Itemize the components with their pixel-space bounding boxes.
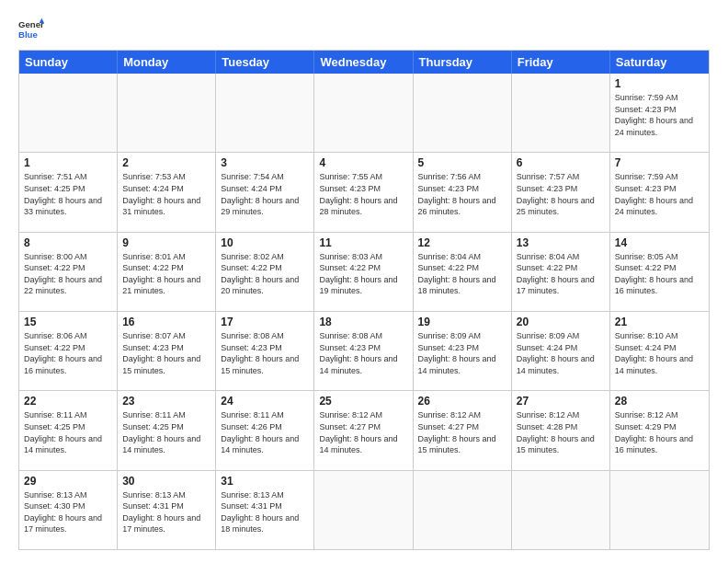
calendar-header-cell: Thursday — [414, 51, 512, 74]
day-number: 24 — [221, 395, 309, 408]
day-info: Sunrise: 8:11 AM Sunset: 4:25 PM Dayligh… — [122, 409, 210, 455]
day-number: 9 — [122, 236, 210, 249]
calendar-cell: 1Sunrise: 7:51 AM Sunset: 4:25 PM Daylig… — [19, 153, 118, 231]
calendar-cell: 7Sunrise: 7:59 AM Sunset: 4:23 PM Daylig… — [610, 153, 709, 231]
calendar-week: 8Sunrise: 8:00 AM Sunset: 4:22 PM Daylig… — [19, 233, 709, 312]
day-info: Sunrise: 8:02 AM Sunset: 4:22 PM Dayligh… — [221, 251, 309, 297]
calendar-week: 1Sunrise: 7:51 AM Sunset: 4:25 PM Daylig… — [19, 153, 709, 232]
day-info: Sunrise: 8:09 AM Sunset: 4:24 PM Dayligh… — [517, 330, 605, 376]
day-number: 14 — [615, 236, 704, 249]
day-info: Sunrise: 8:13 AM Sunset: 4:31 PM Dayligh… — [122, 489, 210, 535]
day-number: 13 — [517, 236, 605, 249]
calendar: SundayMondayTuesdayWednesdayThursdayFrid… — [18, 50, 710, 550]
day-info: Sunrise: 8:11 AM Sunset: 4:26 PM Dayligh… — [221, 409, 309, 455]
calendar-cell: 9Sunrise: 8:01 AM Sunset: 4:22 PM Daylig… — [118, 233, 216, 311]
calendar-header-cell: Tuesday — [216, 51, 314, 74]
day-number: 10 — [221, 236, 309, 249]
calendar-cell: 12Sunrise: 8:04 AM Sunset: 4:22 PM Dayli… — [414, 233, 512, 311]
calendar-header-cell: Friday — [512, 51, 610, 74]
calendar-cell: 26Sunrise: 8:12 AM Sunset: 4:27 PM Dayli… — [414, 391, 512, 469]
calendar-cell — [216, 74, 314, 152]
day-info: Sunrise: 8:12 AM Sunset: 4:27 PM Dayligh… — [418, 409, 506, 455]
day-number: 18 — [319, 316, 407, 328]
day-number: 8 — [24, 236, 112, 249]
day-info: Sunrise: 7:54 AM Sunset: 4:24 PM Dayligh… — [221, 171, 309, 217]
day-number: 30 — [122, 475, 210, 488]
calendar-cell — [19, 74, 118, 152]
calendar-cell: 30Sunrise: 8:13 AM Sunset: 4:31 PM Dayli… — [118, 471, 216, 549]
page: General Blue SundayMondayTuesdayWednesda… — [0, 0, 728, 563]
calendar-header-cell: Saturday — [610, 51, 709, 74]
day-number: 11 — [319, 236, 407, 249]
calendar-cell — [414, 471, 512, 549]
calendar-cell — [314, 74, 413, 152]
calendar-cell — [414, 74, 512, 152]
day-info: Sunrise: 7:56 AM Sunset: 4:23 PM Dayligh… — [418, 171, 506, 217]
calendar-cell — [314, 471, 413, 549]
day-number: 29 — [24, 475, 112, 488]
calendar-cell: 1Sunrise: 7:59 AM Sunset: 4:23 PM Daylig… — [610, 74, 709, 152]
calendar-cell: 21Sunrise: 8:10 AM Sunset: 4:24 PM Dayli… — [610, 312, 709, 390]
day-number: 17 — [221, 316, 309, 328]
day-info: Sunrise: 8:04 AM Sunset: 4:22 PM Dayligh… — [418, 251, 506, 297]
day-info: Sunrise: 8:12 AM Sunset: 4:27 PM Dayligh… — [319, 409, 407, 455]
calendar-header-cell: Wednesday — [314, 51, 413, 74]
calendar-week: 15Sunrise: 8:06 AM Sunset: 4:22 PM Dayli… — [19, 312, 709, 391]
day-number: 6 — [517, 156, 605, 169]
day-info: Sunrise: 8:09 AM Sunset: 4:23 PM Dayligh… — [418, 330, 506, 376]
calendar-cell: 17Sunrise: 8:08 AM Sunset: 4:23 PM Dayli… — [216, 312, 314, 390]
calendar-cell: 28Sunrise: 8:12 AM Sunset: 4:29 PM Dayli… — [610, 391, 709, 469]
calendar-body: 1Sunrise: 7:59 AM Sunset: 4:23 PM Daylig… — [19, 74, 709, 549]
logo-icon: General Blue — [18, 17, 44, 42]
calendar-cell — [512, 471, 610, 549]
svg-text:Blue: Blue — [18, 29, 38, 40]
day-number: 20 — [517, 316, 605, 328]
day-info: Sunrise: 7:55 AM Sunset: 4:23 PM Dayligh… — [319, 171, 407, 217]
calendar-cell: 14Sunrise: 8:05 AM Sunset: 4:22 PM Dayli… — [610, 233, 709, 311]
calendar-cell: 8Sunrise: 8:00 AM Sunset: 4:22 PM Daylig… — [19, 233, 118, 311]
day-number: 15 — [24, 316, 112, 328]
calendar-cell: 29Sunrise: 8:13 AM Sunset: 4:30 PM Dayli… — [19, 471, 118, 549]
day-info: Sunrise: 7:59 AM Sunset: 4:23 PM Dayligh… — [615, 92, 704, 138]
calendar-cell: 23Sunrise: 8:11 AM Sunset: 4:25 PM Dayli… — [118, 391, 216, 469]
calendar-cell: 31Sunrise: 8:13 AM Sunset: 4:31 PM Dayli… — [216, 471, 314, 549]
day-number: 23 — [122, 395, 210, 408]
calendar-cell: 19Sunrise: 8:09 AM Sunset: 4:23 PM Dayli… — [414, 312, 512, 390]
calendar-cell: 15Sunrise: 8:06 AM Sunset: 4:22 PM Dayli… — [19, 312, 118, 390]
day-info: Sunrise: 8:12 AM Sunset: 4:29 PM Dayligh… — [615, 409, 704, 455]
calendar-week: 22Sunrise: 8:11 AM Sunset: 4:25 PM Dayli… — [19, 391, 709, 470]
day-info: Sunrise: 7:59 AM Sunset: 4:23 PM Dayligh… — [615, 171, 704, 217]
svg-text:General: General — [18, 19, 44, 29]
day-info: Sunrise: 8:11 AM Sunset: 4:25 PM Dayligh… — [24, 409, 112, 455]
calendar-cell: 22Sunrise: 8:11 AM Sunset: 4:25 PM Dayli… — [19, 391, 118, 469]
calendar-cell: 5Sunrise: 7:56 AM Sunset: 4:23 PM Daylig… — [414, 153, 512, 231]
day-number: 28 — [615, 395, 704, 408]
day-info: Sunrise: 8:05 AM Sunset: 4:22 PM Dayligh… — [615, 251, 704, 297]
calendar-cell: 24Sunrise: 8:11 AM Sunset: 4:26 PM Dayli… — [216, 391, 314, 469]
calendar-cell: 2Sunrise: 7:53 AM Sunset: 4:24 PM Daylig… — [118, 153, 216, 231]
day-number: 22 — [24, 395, 112, 408]
calendar-cell: 25Sunrise: 8:12 AM Sunset: 4:27 PM Dayli… — [314, 391, 413, 469]
day-info: Sunrise: 8:06 AM Sunset: 4:22 PM Dayligh… — [24, 330, 112, 376]
calendar-cell — [512, 74, 610, 152]
day-number: 25 — [319, 395, 407, 408]
day-number: 5 — [418, 156, 506, 169]
day-number: 27 — [517, 395, 605, 408]
day-number: 1 — [615, 77, 704, 90]
day-number: 1 — [24, 156, 112, 169]
calendar-cell: 13Sunrise: 8:04 AM Sunset: 4:22 PM Dayli… — [512, 233, 610, 311]
day-info: Sunrise: 8:03 AM Sunset: 4:22 PM Dayligh… — [319, 251, 407, 297]
day-info: Sunrise: 8:08 AM Sunset: 4:23 PM Dayligh… — [319, 330, 407, 376]
logo: General Blue — [18, 17, 48, 42]
day-info: Sunrise: 7:57 AM Sunset: 4:23 PM Dayligh… — [517, 171, 605, 217]
calendar-header-cell: Monday — [118, 51, 216, 74]
day-info: Sunrise: 8:12 AM Sunset: 4:28 PM Dayligh… — [517, 409, 605, 455]
calendar-cell: 3Sunrise: 7:54 AM Sunset: 4:24 PM Daylig… — [216, 153, 314, 231]
calendar-header-row: SundayMondayTuesdayWednesdayThursdayFrid… — [19, 51, 709, 74]
day-info: Sunrise: 8:07 AM Sunset: 4:23 PM Dayligh… — [122, 330, 210, 376]
calendar-header-cell: Sunday — [19, 51, 118, 74]
day-number: 2 — [122, 156, 210, 169]
calendar-cell — [118, 74, 216, 152]
day-number: 26 — [418, 395, 506, 408]
day-number: 4 — [319, 156, 407, 169]
